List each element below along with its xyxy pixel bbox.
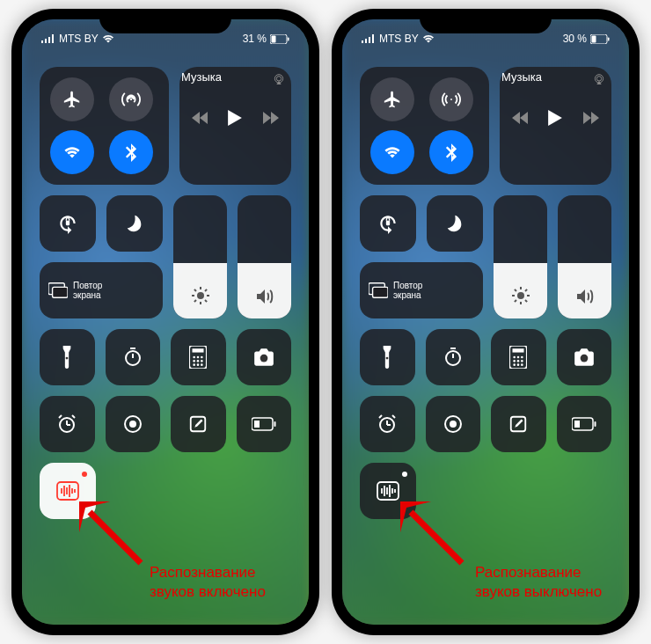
airplane-toggle[interactable]	[370, 77, 414, 121]
phone-left: MTS BY 31 %	[11, 9, 319, 635]
wifi-icon	[422, 34, 435, 43]
svg-rect-73	[513, 348, 524, 352]
signal-icon	[362, 34, 376, 43]
battery-label: 31 %	[243, 33, 267, 45]
svg-line-64	[514, 289, 516, 291]
flashlight[interactable]	[40, 329, 95, 385]
svg-point-78	[517, 360, 520, 362]
svg-rect-94	[574, 421, 580, 428]
bluetooth-toggle[interactable]	[109, 130, 153, 174]
screen: MTS BY 31 %	[22, 19, 309, 625]
wifi-toggle[interactable]	[370, 130, 414, 174]
signal-icon	[41, 34, 55, 43]
screen-mirror-label: Повтор экрана	[393, 281, 422, 300]
sound-recognition[interactable]	[360, 463, 416, 519]
svg-line-16	[205, 289, 207, 291]
carrier-label: MTS BY	[379, 33, 419, 45]
svg-point-31	[201, 363, 203, 366]
svg-rect-7	[53, 287, 68, 297]
timer[interactable]	[106, 329, 161, 385]
svg-rect-43	[254, 421, 260, 428]
play-icon[interactable]	[228, 110, 242, 126]
volume-slider[interactable]	[558, 195, 611, 318]
orientation-lock[interactable]	[360, 195, 416, 252]
camera[interactable]	[557, 329, 612, 385]
svg-point-76	[521, 356, 523, 359]
screen-mirror[interactable]: Повтор экрана	[40, 262, 163, 318]
svg-rect-52	[592, 35, 596, 42]
svg-point-8	[197, 292, 204, 299]
svg-rect-5	[66, 221, 69, 225]
prev-icon[interactable]	[192, 112, 208, 124]
timer[interactable]	[426, 329, 481, 385]
svg-line-14	[205, 300, 207, 302]
sound-status-dot	[402, 472, 407, 477]
alarm[interactable]	[40, 396, 95, 452]
screen-record[interactable]	[426, 396, 481, 452]
cellular-toggle[interactable]	[109, 77, 153, 121]
brightness-slider[interactable]	[173, 195, 227, 318]
battery-icon	[270, 34, 289, 44]
airplay-icon[interactable]	[592, 72, 606, 86]
orientation-lock[interactable]	[40, 195, 96, 252]
svg-line-37	[72, 415, 75, 418]
wifi-icon	[102, 34, 114, 43]
caption-right: Распознавание звуков выключено	[475, 563, 602, 602]
svg-point-68	[386, 357, 389, 360]
prev-icon[interactable]	[512, 112, 528, 124]
calculator[interactable]	[171, 329, 226, 385]
screen: MTS BY 30 % Му	[342, 19, 629, 625]
svg-line-88	[392, 415, 395, 418]
sound-recognition[interactable]	[40, 463, 96, 519]
flashlight[interactable]	[360, 329, 415, 385]
phone-right: MTS BY 30 % Му	[332, 9, 640, 635]
battery-icon	[590, 34, 610, 44]
svg-line-15	[194, 300, 195, 302]
dnd-toggle[interactable]	[106, 195, 163, 252]
alarm[interactable]	[360, 396, 415, 452]
svg-point-29	[194, 363, 196, 366]
low-power[interactable]	[557, 396, 612, 452]
svg-point-39	[129, 421, 136, 428]
svg-rect-42	[274, 421, 275, 427]
svg-point-59	[517, 292, 524, 299]
dnd-toggle[interactable]	[427, 195, 483, 252]
svg-point-74	[514, 356, 516, 359]
volume-slider[interactable]	[238, 195, 291, 318]
svg-point-23	[194, 356, 196, 359]
brightness-slider[interactable]	[494, 195, 547, 318]
notch	[99, 9, 231, 33]
svg-rect-93	[594, 421, 596, 427]
carrier-label: MTS BY	[59, 33, 99, 45]
connectivity-panel[interactable]	[40, 67, 169, 185]
bluetooth-toggle[interactable]	[429, 130, 473, 174]
svg-point-81	[517, 363, 520, 366]
music-panel[interactable]: Музыка	[179, 67, 291, 185]
wifi-toggle[interactable]	[50, 130, 94, 174]
svg-rect-58	[373, 287, 388, 297]
svg-rect-22	[193, 348, 204, 352]
svg-point-75	[517, 356, 520, 359]
screen-mirror[interactable]: Повтор экрана	[360, 262, 483, 318]
airplane-toggle[interactable]	[50, 77, 94, 121]
next-icon[interactable]	[263, 112, 279, 124]
connectivity-panel[interactable]	[360, 67, 489, 185]
low-power[interactable]	[237, 396, 292, 452]
cellular-toggle[interactable]	[429, 77, 473, 121]
next-icon[interactable]	[583, 112, 599, 124]
calculator[interactable]	[491, 329, 546, 385]
screen-record[interactable]	[106, 396, 161, 452]
svg-rect-2	[288, 37, 289, 40]
notes[interactable]	[491, 396, 546, 452]
svg-point-26	[194, 360, 196, 362]
airplay-icon[interactable]	[272, 72, 286, 86]
notes[interactable]	[171, 396, 226, 452]
play-icon[interactable]	[548, 110, 562, 126]
svg-point-25	[201, 356, 203, 359]
screen-mirror-label: Повтор экрана	[73, 281, 102, 300]
svg-point-27	[197, 360, 200, 362]
music-panel[interactable]: Музыка	[500, 67, 611, 185]
svg-point-4	[276, 77, 281, 81]
camera[interactable]	[237, 329, 292, 385]
sound-status-dot	[82, 472, 87, 477]
